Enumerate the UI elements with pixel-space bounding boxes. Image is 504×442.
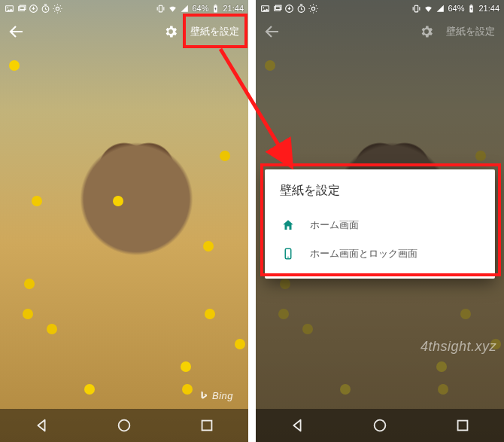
dialog-option-home[interactable]: ホーム画面 bbox=[280, 211, 480, 239]
android-nav-bar bbox=[0, 409, 248, 442]
home-icon bbox=[281, 218, 295, 232]
cell-signal-icon bbox=[180, 4, 190, 14]
back-button[interactable] bbox=[8, 23, 26, 41]
timer-icon bbox=[41, 4, 50, 14]
set-wallpaper-button[interactable]: 壁紙を設定 bbox=[189, 20, 241, 43]
dialog-option-label: ホーム画面とロック画面 bbox=[310, 247, 417, 261]
back-button[interactable] bbox=[263, 23, 281, 41]
svg-rect-19 bbox=[471, 5, 472, 5]
svg-rect-6 bbox=[159, 5, 162, 12]
settings-status-icon bbox=[308, 4, 318, 14]
svg-point-9 bbox=[119, 420, 130, 431]
download-icon bbox=[284, 4, 294, 14]
timer-icon bbox=[296, 4, 306, 14]
battery-text: 64% bbox=[448, 4, 464, 13]
cell-signal-icon bbox=[436, 4, 445, 14]
phone-screenshot-right: 64% 21:44 壁紙を設定 壁紙を設定 ホーム画面 ホーム画 bbox=[256, 0, 504, 442]
stack-icon bbox=[17, 4, 26, 14]
clock-text: 21:44 bbox=[478, 4, 499, 13]
wallpaper-preview bbox=[0, 0, 248, 442]
svg-rect-22 bbox=[458, 421, 468, 431]
battery-text: 64% bbox=[192, 4, 208, 13]
settings-status-icon bbox=[53, 4, 62, 14]
svg-point-1 bbox=[8, 7, 9, 8]
dialog-option-label: ホーム画面 bbox=[310, 218, 359, 232]
svg-rect-8 bbox=[215, 5, 217, 5]
battery-icon bbox=[466, 4, 476, 14]
svg-rect-10 bbox=[202, 421, 212, 431]
set-wallpaper-button[interactable]: 壁紙を設定 bbox=[445, 20, 496, 43]
settings-button[interactable] bbox=[419, 24, 434, 39]
clock-text: 21:44 bbox=[223, 4, 244, 13]
android-nav-bar bbox=[256, 409, 504, 442]
wifi-icon bbox=[424, 4, 433, 14]
svg-point-21 bbox=[375, 420, 386, 431]
download-icon bbox=[29, 4, 38, 14]
svg-point-12 bbox=[263, 7, 265, 8]
stack-icon bbox=[272, 4, 282, 14]
bing-attribution: Bing bbox=[199, 390, 233, 401]
nav-home-button[interactable] bbox=[372, 417, 388, 434]
nav-home-button[interactable] bbox=[116, 417, 132, 434]
nav-back-button[interactable] bbox=[33, 417, 50, 434]
wifi-icon bbox=[168, 4, 178, 14]
nav-recent-button[interactable] bbox=[199, 417, 215, 434]
battery-icon bbox=[211, 4, 220, 14]
app-bar: 壁紙を設定 bbox=[256, 17, 504, 47]
app-bar: 壁紙を設定 bbox=[0, 17, 248, 47]
set-wallpaper-dialog: 壁紙を設定 ホーム画面 ホーム画面とロック画面 bbox=[265, 169, 495, 279]
image-icon bbox=[5, 4, 14, 14]
settings-button[interactable] bbox=[163, 24, 178, 39]
nav-recent-button[interactable] bbox=[454, 417, 471, 434]
nav-back-button[interactable] bbox=[289, 417, 305, 434]
status-bar: 64% 21:44 bbox=[0, 0, 248, 17]
phone-icon bbox=[281, 247, 295, 261]
svg-rect-17 bbox=[415, 5, 418, 12]
vibrate-icon bbox=[411, 4, 421, 14]
status-bar: 64% 21:44 bbox=[256, 0, 504, 17]
dialog-option-home-and-lock[interactable]: ホーム画面とロック画面 bbox=[280, 239, 480, 268]
dialog-title: 壁紙を設定 bbox=[280, 183, 480, 199]
vibrate-icon bbox=[156, 4, 165, 14]
phone-screenshot-left: 64% 21:44 壁紙を設定 Bing bbox=[0, 0, 248, 442]
image-icon bbox=[260, 4, 270, 14]
